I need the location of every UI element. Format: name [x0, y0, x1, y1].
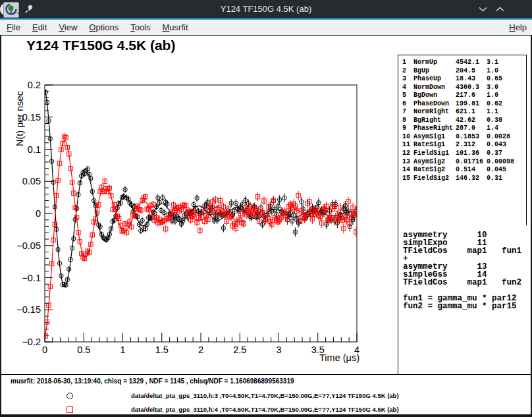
window-title: Y124 TF150G 4.5K (ab) [0, 0, 532, 18]
parameter-row: 2BgUp204.51.0 [398, 67, 526, 76]
fit-curve [45, 140, 357, 337]
param-error: 1.4 [487, 125, 526, 133]
theory-pad: asymmetry 10simplExpo 11TFieldCos map1 f… [398, 225, 531, 381]
param-value: 42.62 [456, 117, 487, 125]
param-value: 146.32 [456, 175, 487, 183]
minimize-button[interactable] [475, 3, 490, 16]
param-value: 0.1853 [456, 133, 487, 142]
param-name: BgRight [413, 117, 456, 125]
menu-item-musrfit[interactable]: Musrfit [157, 20, 194, 35]
param-value: 0.01716 [456, 158, 487, 167]
parameter-pad: 1NormUp4542.13.12BgUp204.51.03PhaseUp18.… [398, 55, 527, 229]
param-number: 15 [402, 175, 413, 183]
root-canvas: Y124 TF150G 4.5K (ab) 00.511.522.533.540… [1, 36, 531, 414]
menu-item-options[interactable]: Options [83, 20, 124, 35]
param-name: FieldSig1 [413, 150, 456, 158]
x-tick-label: 0 [42, 345, 47, 355]
param-name: AsymSig2 [413, 158, 456, 167]
param-name: NormUp [413, 59, 456, 67]
param-value: 621.1 [456, 108, 487, 117]
param-name: NormDown [413, 84, 456, 92]
legend-label: data/deltat_pta_gps_3110,h:4 ,T0=4.50K,T… [131, 406, 399, 413]
y-tick-label: 0.15 [22, 112, 41, 123]
y-tick-label: 0 [36, 208, 41, 219]
param-error: 3.1 [487, 59, 526, 67]
plot-area[interactable]: 00.511.522.533.540.20.150.10.050−0.05−0.… [1, 36, 396, 374]
param-number: 10 [402, 133, 413, 142]
x-tick-label: 0.5 [77, 345, 90, 355]
param-name: BgDown [413, 92, 456, 100]
param-error: 0.045 [487, 166, 526, 175]
data-series-circle [43, 89, 358, 288]
param-number: 11 [402, 141, 413, 150]
param-error: 0.31 [487, 175, 526, 183]
window-titlebar: ++ Y124 TF150G 4.5K (ab) [0, 0, 532, 18]
data-series-square [43, 134, 358, 339]
x-axis-title: Time (μs) [282, 352, 359, 363]
param-error: 0.62 [487, 100, 526, 109]
square-marker-icon [66, 406, 73, 413]
param-name: RateSig1 [413, 141, 456, 150]
theory-line: fun2 = gamma_mu * par15 [403, 302, 531, 310]
parameter-row: 9PhaseRight287.01.4 [398, 125, 526, 133]
menu-item-file[interactable]: File [0, 20, 26, 35]
info-pad: musrfit: 2018-06-30, 13:19:40, chisq = 1… [1, 374, 531, 414]
x-tick-label: 1.5 [155, 345, 169, 355]
param-number: 6 [402, 100, 413, 109]
param-name: FieldSig2 [413, 175, 456, 183]
y-tick-label: −0.15 [16, 304, 41, 315]
param-number: 12 [402, 150, 413, 158]
param-value: 101.36 [456, 150, 487, 158]
param-name: BgUp [413, 67, 456, 76]
y-tick-label: −0.1 [22, 273, 41, 283]
parameter-row: 1NormUp4542.13.1 [398, 59, 526, 67]
param-error: 0.37 [487, 150, 526, 158]
parameter-row: 5BgDown217.61.0 [398, 92, 526, 100]
param-value: 4360.3 [456, 84, 487, 92]
legend-label: data/deltat_pta_gps_3110,h:3 ,T0=4.50K,T… [131, 392, 399, 399]
legend-entry: data/deltat_pta_gps_3110,h:4 ,T0=4.50K,T… [1, 405, 531, 414]
parameter-row: 3PhaseUp18.430.65 [398, 75, 526, 84]
parameter-row: 6PhaseDown199.810.62 [398, 100, 526, 109]
x-tick-label: 1 [120, 345, 125, 355]
y-tick-label: 0.2 [28, 80, 41, 90]
param-error: 1.1 [487, 108, 526, 117]
param-error: 0.65 [487, 75, 526, 84]
parameter-row: 12FieldSig1101.360.37 [398, 150, 526, 158]
parameter-row: 4NormDown4360.33.0 [398, 84, 526, 92]
y-axis-title: N(t) per nsec [14, 91, 25, 146]
parameter-row: 8BgRight42.620.38 [398, 117, 526, 125]
fit-curve [45, 89, 357, 287]
param-number: 3 [402, 75, 413, 84]
param-number: 13 [402, 158, 413, 167]
x-tick-label: 2 [198, 345, 203, 355]
y-tick-label: −0.05 [16, 240, 41, 251]
param-error: 1.0 [487, 92, 526, 100]
param-number: 9 [402, 125, 413, 133]
parameter-row: 14RateSig20.5140.045 [398, 166, 526, 175]
param-value: 2.312 [456, 141, 487, 150]
legend-entry: data/deltat_pta_gps_3110,h:3 ,T0=4.50K,T… [1, 391, 531, 401]
fit-info-text: musrfit: 2018-06-30, 13:19:40, chisq = 1… [11, 377, 294, 385]
x-tick-label: 3 [276, 345, 281, 355]
menu-item-tools[interactable]: Tools [124, 20, 156, 35]
menu-item-view[interactable]: View [53, 20, 83, 35]
menu-item-edit[interactable]: Edit [26, 20, 53, 35]
y-tick-label: −0.2 [22, 337, 41, 347]
param-number: 2 [402, 67, 413, 76]
y-tick-label: 0.1 [28, 144, 41, 155]
menu-item-help[interactable]: Help [503, 20, 532, 35]
circle-marker-icon [66, 393, 73, 399]
param-number: 8 [402, 117, 413, 125]
param-name: AsymSig1 [413, 133, 456, 142]
param-name: PhaseRight [413, 125, 456, 133]
param-number: 14 [402, 166, 413, 175]
parameter-row: 11RateSig12.3120.043 [398, 141, 526, 150]
param-number: 7 [402, 108, 413, 117]
param-number: 1 [402, 59, 413, 67]
theory-line: TFieldCos map1 fun2 [403, 279, 531, 287]
param-error: 1.0 [487, 67, 526, 76]
maximize-button[interactable] [492, 3, 507, 16]
param-value: 18.43 [456, 75, 487, 84]
param-name: NormRight [413, 108, 456, 117]
